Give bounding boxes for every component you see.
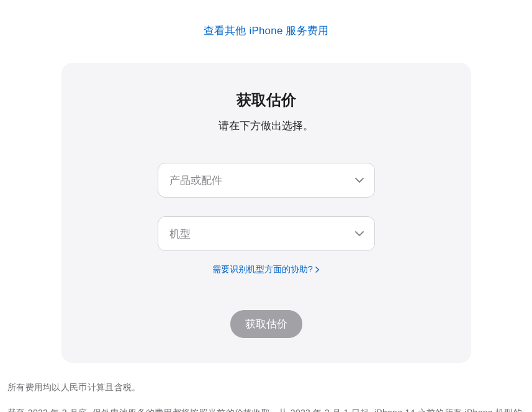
submit-row: 获取估价 (86, 310, 446, 338)
product-select[interactable]: 产品或配件 (158, 163, 375, 198)
product-select-placeholder: 产品或配件 (169, 173, 222, 188)
model-select[interactable]: 机型 (158, 216, 375, 251)
estimate-card: 获取估价 请在下方做出选择。 产品或配件 机型 需要识别机型方面的协助? (61, 63, 471, 363)
help-link-label: 需要识别机型方面的协助? (212, 264, 313, 275)
card-subtitle: 请在下方做出选择。 (86, 119, 446, 133)
other-services-link[interactable]: 查看其他 iPhone 服务费用 (204, 25, 329, 37)
page-root: 查看其他 iPhone 服务费用 获取估价 请在下方做出选择。 产品或配件 机型… (0, 0, 532, 412)
note-price-increase: 截至 2023 年 2 月底, 保外电池服务的费用都将按照当前的价格收取。从 2… (7, 405, 523, 412)
footer-notes: 所有费用均以人民币计算且含税。 截至 2023 年 2 月底, 保外电池服务的费… (7, 379, 523, 412)
card-title: 获取估价 (86, 90, 446, 110)
get-estimate-button[interactable]: 获取估价 (230, 310, 302, 338)
note-currency: 所有费用均以人民币计算且含税。 (7, 379, 523, 396)
model-select-wrap: 机型 (158, 216, 375, 251)
other-services-link-wrap: 查看其他 iPhone 服务费用 (0, 24, 532, 38)
identify-model-help-link[interactable]: 需要识别机型方面的协助? (212, 264, 320, 275)
note-pre-text: 截至 2023 年 2 月底, 保外电池服务的费用都将按照当前的价格收取。从 2… (7, 408, 522, 412)
model-select-placeholder: 机型 (169, 227, 191, 241)
chevron-right-icon (315, 267, 320, 273)
product-select-wrap: 产品或配件 (158, 163, 375, 198)
